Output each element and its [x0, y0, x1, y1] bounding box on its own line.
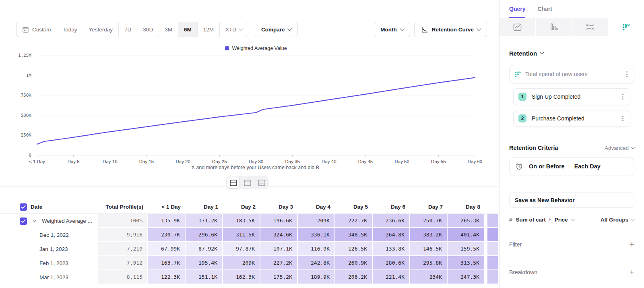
range-label-30d: 30D: [143, 27, 153, 33]
range-label-7d: 7D: [124, 27, 131, 33]
granularity-button[interactable]: Month: [374, 22, 410, 37]
value-cell-day-8: 401.4K: [448, 228, 485, 242]
col-header-day-3[interactable]: Day 3: [260, 200, 298, 213]
funnels-tab[interactable]: [536, 18, 572, 36]
step-menu-button[interactable]: [621, 92, 625, 101]
value-cell-day-8: 265.3K: [448, 214, 485, 228]
check-icon: [21, 205, 26, 209]
row-label[interactable]: Jan 1, 2023: [39, 246, 68, 252]
compare-button[interactable]: Compare: [255, 22, 298, 37]
range-12m[interactable]: 12M: [198, 22, 220, 37]
value-cell-day-8: 159.5K: [448, 242, 485, 256]
row-label[interactable]: Feb 1, 2023: [39, 260, 68, 266]
range-custom[interactable]: Custom: [17, 22, 57, 37]
row-label[interactable]: Dec 1, 2022: [39, 232, 69, 238]
behavior-menu-button[interactable]: [625, 70, 629, 79]
col-header-day-8[interactable]: Day 8: [448, 200, 485, 213]
bottom-panel-view-toggle[interactable]: [255, 177, 268, 188]
value-cell-day-4: 242.8K: [298, 256, 335, 270]
step-menu-button[interactable]: [621, 114, 625, 123]
value-cell-day-5: 260.9K: [335, 256, 373, 270]
value-cell-day-1: 87.92K: [186, 242, 223, 256]
range-yesterday[interactable]: Yesterday: [83, 22, 119, 37]
col-header-day-1[interactable]: Day 1: [186, 200, 223, 213]
step-row-1[interactable]: 1 Sign Up Completed: [513, 88, 630, 105]
x-axis-tick-label: Day 45: [358, 159, 373, 164]
x-axis-tick-label: Day 10: [103, 159, 117, 164]
col-header-date[interactable]: Date: [31, 200, 98, 213]
y-axis-tick-label: 250K: [21, 133, 32, 138]
retention-icon: [622, 23, 630, 31]
value-cell-day-6: 236.6K: [373, 214, 410, 228]
value-cell-day-6: 280.6K: [373, 256, 410, 270]
group-dropdown[interactable]: All Groups: [601, 217, 634, 223]
row-date-cell[interactable]: Weighted Average ...: [31, 214, 98, 228]
tab-query[interactable]: Query: [509, 0, 525, 18]
row-date-cell[interactable]: Mar 1, 2023: [31, 270, 98, 284]
chart-type-button[interactable]: Retention Curve: [414, 22, 487, 37]
value-cell-day-6: 221.4K: [373, 270, 410, 284]
col-header-day-4[interactable]: Day 4: [298, 200, 335, 213]
check-icon: [21, 219, 26, 223]
behavior-title: Total spend of new users: [525, 71, 588, 77]
range-label-custom: Custom: [32, 27, 51, 33]
chevron-down-icon: [540, 51, 544, 55]
behavior-card[interactable]: Total spend of new users: [509, 65, 634, 83]
retention-tab[interactable]: [609, 18, 644, 36]
col-header-1-day[interactable]: < 1 Day: [148, 200, 186, 213]
x-axis-tick-label: Day 60: [468, 159, 482, 164]
row-date-cell[interactable]: Dec 1, 2022: [31, 228, 98, 242]
save-behavior-button[interactable]: Save as New Behavior: [509, 193, 634, 208]
range-3m[interactable]: 3M: [159, 22, 178, 37]
value-cell-day-2: 162.3K: [223, 270, 260, 284]
expand-chevron-icon[interactable]: [31, 220, 42, 222]
value-cell-day-7: 146.5K: [410, 242, 448, 256]
range-xtd[interactable]: XTD: [220, 22, 248, 37]
panel-tabs: Query Chart: [500, 0, 644, 18]
select-all-checkbox[interactable]: [20, 203, 27, 211]
retention-criteria-card[interactable]: On or Before Each Day: [509, 157, 634, 175]
retention-report-app: CustomTodayYesterday7D30D3M6M12MXTD Comp…: [0, 0, 644, 288]
flows-tab[interactable]: [572, 18, 609, 36]
col-header-day-7[interactable]: Day 7: [410, 200, 448, 213]
measure-label[interactable]: Sum of cart: [516, 217, 546, 223]
range-7d[interactable]: 7D: [119, 22, 137, 37]
top-panel-view-toggle[interactable]: [241, 177, 254, 188]
value-cell-day-7: 250.7K: [410, 214, 448, 228]
col-header-day-2[interactable]: Day 2: [223, 200, 260, 213]
retention-series-line[interactable]: [37, 78, 475, 144]
row-date-cell[interactable]: Feb 1, 2023: [31, 256, 98, 270]
x-axis-tick-label: Day 35: [285, 159, 299, 164]
table-row: Weighted Average ...100%135.9K171.2K183.…: [0, 214, 499, 228]
range-6m[interactable]: 6M: [178, 22, 198, 37]
row-date-cell[interactable]: Jan 1, 2023: [31, 242, 98, 256]
value-cell-overflow: [487, 228, 498, 242]
col-header-day-5[interactable]: Day 5: [335, 200, 373, 213]
value-cell-day-2: 209K: [223, 256, 260, 270]
col-header-day-6[interactable]: Day 6: [373, 200, 410, 213]
add-filter-button[interactable]: +: [630, 240, 634, 249]
row-label[interactable]: Weighted Average ...: [42, 218, 92, 224]
value-cell-day-4: 209K: [298, 214, 335, 228]
col-header-total-profiles[interactable]: Total Profile(s): [98, 200, 148, 213]
advanced-dropdown[interactable]: Advanced: [605, 145, 634, 151]
measure-property[interactable]: Price: [555, 217, 568, 223]
layout-toggle-group: [226, 176, 269, 189]
row-select-cell: [16, 256, 31, 270]
row-label[interactable]: Mar 1, 2023: [39, 274, 68, 280]
range-30d[interactable]: 30D: [137, 22, 159, 37]
breakdown-section: Breakdown +: [509, 268, 634, 276]
insights-tab[interactable]: [500, 18, 536, 36]
split-view-toggle[interactable]: [227, 177, 239, 188]
retention-criteria-label: Retention Criteria: [509, 145, 558, 151]
add-breakdown-button[interactable]: +: [630, 268, 634, 276]
calendar-icon: [22, 26, 29, 33]
range-today[interactable]: Today: [57, 22, 83, 37]
range-label-xtd: XTD: [225, 27, 236, 33]
advanced-label: Advanced: [605, 145, 629, 151]
metric-type-selector[interactable]: Retention: [509, 50, 634, 57]
row-checkbox[interactable]: [20, 218, 27, 225]
step-row-2[interactable]: 2 Purchase Completed: [513, 110, 630, 127]
tab-chart[interactable]: Chart: [537, 0, 552, 18]
value-cell-1-day: 122.3K: [148, 270, 186, 284]
